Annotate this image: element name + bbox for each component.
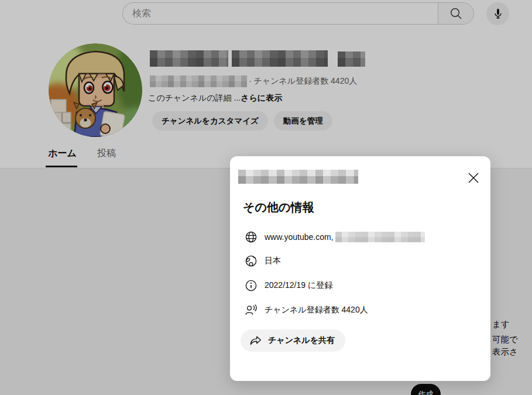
channel-subscribers-row: チャンネル登録者数 4420人 — [244, 303, 368, 317]
channel-country: 日本 — [265, 256, 281, 266]
channel-subscriber-count: チャンネル登録者数 4420人 — [265, 305, 368, 315]
youtube-channel-page: { "search": { "placeholder": "検索" }, "ch… — [0, 0, 532, 395]
channel-joined-date: 2022/12/19 に登録 — [265, 280, 332, 291]
info-icon — [244, 279, 258, 293]
close-icon — [467, 171, 480, 184]
channel-url-link[interactable]: www.youtube.com, — [265, 232, 334, 242]
share-channel-label: チャンネルを共有 — [268, 335, 335, 346]
channel-url-handle-redacted — [335, 232, 425, 242]
modal-title: その他の情報 — [243, 200, 314, 215]
channel-country-row: 日本 — [244, 254, 281, 268]
close-button[interactable] — [466, 171, 480, 185]
channel-joined-row: 2022/12/19 に登録 — [244, 279, 332, 293]
subscribers-icon — [244, 303, 258, 317]
modal-channel-name-redacted — [238, 170, 358, 184]
channel-url-row: www.youtube.com, — [244, 230, 425, 244]
public-globe-icon — [244, 254, 258, 268]
share-channel-button[interactable]: チャンネルを共有 — [241, 329, 345, 352]
share-icon — [249, 334, 263, 348]
globe-icon — [244, 230, 258, 244]
